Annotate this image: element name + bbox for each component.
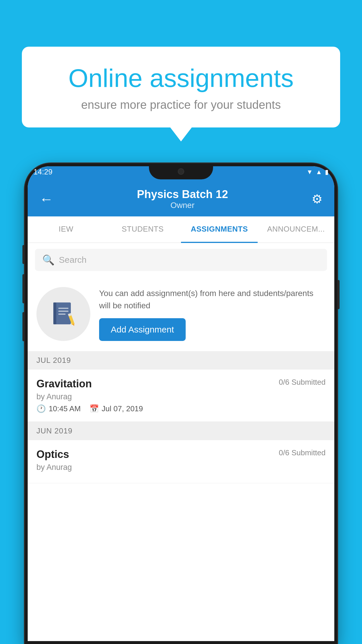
speech-bubble-container: Online assignments ensure more practice …: [22, 47, 340, 127]
screen-content: 🔍 Search: [28, 243, 334, 641]
bubble-title: Online assignments: [42, 64, 320, 92]
status-bar: 14:29 ▼ ▲ ▮: [34, 167, 328, 176]
speech-bubble: Online assignments ensure more practice …: [22, 47, 340, 127]
assignment-optics[interactable]: Optics 0/6 Submitted by Anurag: [28, 440, 334, 483]
svg-rect-1: [53, 302, 56, 324]
back-button[interactable]: ←: [39, 191, 53, 207]
assignment-submitted-gravitation: 0/6 Submitted: [279, 378, 326, 387]
svg-rect-4: [58, 314, 66, 315]
battery-icon: ▮: [325, 168, 328, 176]
assignment-time-gravitation: 🕐 10:45 AM: [36, 404, 81, 413]
status-icons: ▼ ▲ ▮: [306, 168, 328, 176]
search-bar-container: 🔍 Search: [28, 243, 334, 277]
search-placeholder: Search: [59, 255, 87, 265]
add-assignment-description: You can add assignment(s) from here and …: [99, 287, 326, 312]
volume-up-button: [22, 274, 25, 303]
status-time: 14:29: [34, 167, 52, 176]
assignment-gravitation[interactable]: Gravitation 0/6 Submitted by Anurag 🕐 10…: [28, 370, 334, 422]
signal-icon: ▲: [316, 168, 322, 176]
add-assignment-right: You can add assignment(s) from here and …: [99, 287, 326, 341]
svg-rect-3: [58, 311, 68, 312]
search-icon: 🔍: [42, 254, 55, 266]
tab-announcements[interactable]: ANNOUNCEM...: [258, 216, 334, 243]
svg-rect-2: [58, 308, 68, 309]
add-assignment-section: You can add assignment(s) from here and …: [28, 277, 334, 351]
assignment-icon-circle: [36, 287, 90, 341]
section-header-jun-label: JUN 2019: [36, 426, 73, 435]
notebook-svg-icon: [49, 300, 78, 329]
tab-students[interactable]: STUDENTS: [104, 216, 181, 243]
assignment-top-row: Gravitation 0/6 Submitted: [36, 378, 326, 390]
header-center: Physics Batch 12 Owner: [137, 188, 228, 210]
calendar-icon: 📅: [89, 404, 99, 413]
search-bar[interactable]: 🔍 Search: [35, 249, 327, 271]
volume-down-button: [22, 312, 25, 341]
phone-frame: 14:29 ▼ ▲ ▮ ← Physics Batch 12 Owner ⚙ I…: [25, 163, 337, 644]
header-title: Physics Batch 12: [137, 188, 228, 201]
assignment-by-gravitation: by Anurag: [36, 392, 326, 401]
header-subtitle: Owner: [137, 201, 228, 210]
add-assignment-button[interactable]: Add Assignment: [99, 318, 186, 341]
assignment-date-gravitation: 📅 Jul 07, 2019: [89, 404, 143, 413]
section-header-jul-label: JUL 2019: [36, 356, 71, 365]
assignment-optics-top-row: Optics 0/6 Submitted: [36, 448, 326, 461]
settings-button[interactable]: ⚙: [312, 192, 323, 206]
tabs-bar: IEW STUDENTS ASSIGNMENTS ANNOUNCEM...: [28, 216, 334, 243]
bubble-subtitle: ensure more practice for your students: [42, 98, 320, 111]
phone-screen: ← Physics Batch 12 Owner ⚙ IEW STUDENTS …: [28, 166, 334, 641]
assignment-meta-gravitation: 🕐 10:45 AM 📅 Jul 07, 2019: [36, 404, 326, 413]
assignment-date-value: Jul 07, 2019: [102, 404, 143, 413]
tab-assignments[interactable]: ASSIGNMENTS: [181, 216, 258, 243]
tab-iew[interactable]: IEW: [28, 216, 104, 243]
volume-silent-button: [22, 245, 25, 264]
assignment-submitted-optics: 0/6 Submitted: [279, 448, 326, 457]
wifi-icon: ▼: [306, 168, 313, 176]
assignment-time-value: 10:45 AM: [49, 404, 81, 413]
assignment-by-optics: by Anurag: [36, 463, 326, 472]
section-jun-2019: JUN 2019: [28, 422, 334, 440]
power-button: [337, 280, 340, 309]
assignment-name-optics: Optics: [36, 448, 69, 461]
section-jul-2019: JUL 2019: [28, 351, 334, 370]
clock-icon: 🕐: [36, 404, 46, 413]
assignment-name-gravitation: Gravitation: [36, 378, 92, 390]
